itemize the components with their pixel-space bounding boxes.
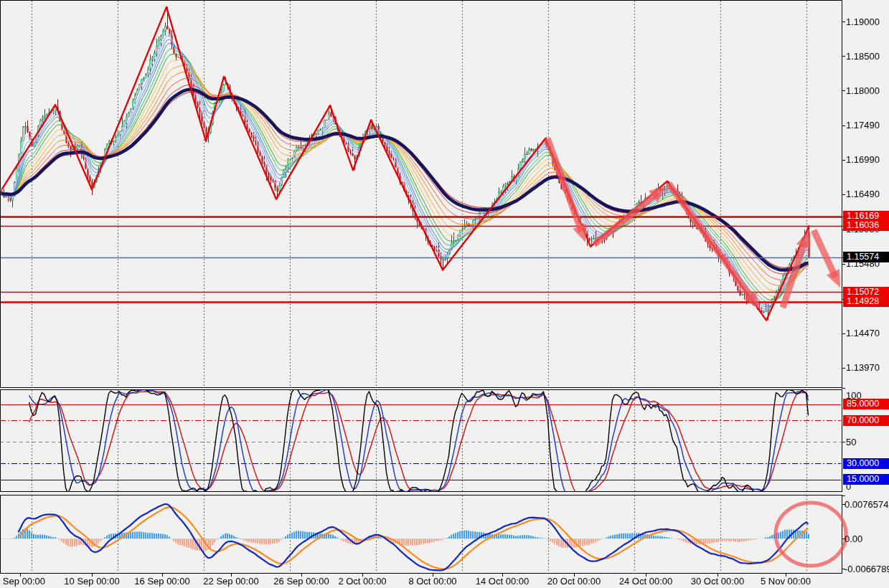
chart-canvas[interactable] [0, 0, 889, 588]
trading-chart-window: 1.190001.185001.180001.174901.169901.164… [0, 0, 889, 588]
